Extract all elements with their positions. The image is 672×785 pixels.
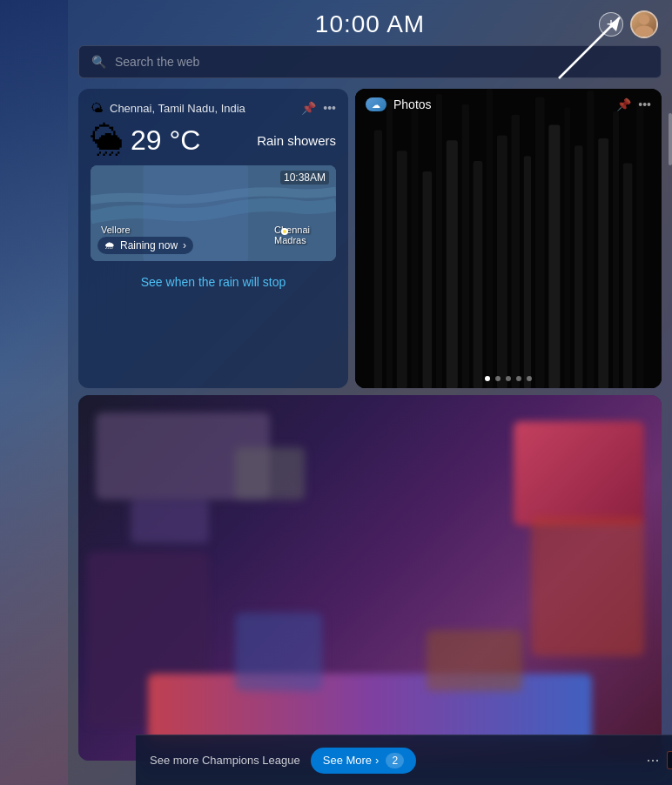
search-bar-container: 🔍 Search the web: [68, 45, 672, 89]
carousel-dot-4[interactable]: [516, 376, 521, 381]
carousel-dot-5[interactable]: [527, 376, 532, 381]
weather-location: Chennai, Tamil Nadu, India: [110, 102, 245, 115]
svg-rect-11: [411, 110, 418, 389]
see-more-label: See More: [323, 754, 372, 767]
blurred-content: [78, 395, 662, 761]
svg-rect-29: [636, 101, 643, 388]
carousel-dot-3[interactable]: [506, 376, 511, 381]
svg-rect-9: [386, 99, 393, 388]
svg-rect-23: [564, 107, 570, 388]
top-bar: 10:00 AM +: [68, 0, 672, 45]
svg-rect-27: [613, 111, 619, 388]
svg-rect-21: [535, 97, 545, 388]
weather-left: 🌦 29 °C: [91, 124, 200, 157]
photos-cloud-icon: ☁: [366, 97, 386, 111]
user-avatar[interactable]: [630, 10, 658, 38]
bottom-bar-right: ··· php 中文网: [647, 751, 672, 769]
svg-rect-25: [587, 91, 594, 388]
blur-block-4: [148, 674, 592, 743]
weather-main: 🌦 29 °C Rain showers: [91, 124, 336, 157]
see-rain-link[interactable]: See when the rain will stop: [91, 268, 336, 296]
photos-image-area: [355, 89, 662, 388]
weather-actions: 📌 •••: [301, 101, 336, 115]
svg-rect-24: [575, 145, 582, 388]
rain-indicator[interactable]: 🌧 Raining now ›: [97, 237, 193, 254]
weather-location-icon: 🌤: [91, 101, 103, 115]
abstract-art: [355, 89, 662, 388]
photos-pin-icon[interactable]: 📌: [616, 97, 631, 111]
blur-block-2: [514, 421, 644, 526]
svg-rect-20: [524, 156, 531, 388]
svg-rect-26: [598, 138, 608, 388]
svg-rect-16: [474, 161, 483, 388]
photos-header: ☁ Photos 📌 •••: [355, 89, 662, 120]
photos-more-icon[interactable]: •••: [638, 97, 651, 111]
svg-rect-17: [487, 89, 493, 388]
city-dot: [281, 228, 288, 235]
city-vellore: Vellore: [101, 225, 131, 235]
svg-rect-28: [623, 163, 633, 388]
city-chennai: ChennaiMadras: [274, 225, 310, 245]
widgets-row-1: 🌤 Chennai, Tamil Nadu, India 📌 ••• 🌦 29 …: [78, 89, 662, 388]
bottom-widget[interactable]: [78, 395, 662, 761]
temperature: 29 °C: [131, 124, 200, 157]
bottom-widget-bg: [78, 395, 662, 761]
svg-rect-14: [447, 140, 458, 388]
rain-chevron: ›: [183, 239, 186, 252]
weather-title-row: 🌤 Chennai, Tamil Nadu, India: [91, 101, 245, 115]
scroll-indicator[interactable]: [669, 113, 672, 165]
svg-rect-15: [462, 104, 469, 388]
map-time: 10:38AM: [280, 171, 329, 185]
bottom-bar: See more Champions League See More › 2 ·…: [136, 735, 672, 785]
photos-title: Photos: [393, 97, 432, 111]
search-input[interactable]: Search the web: [115, 55, 199, 69]
bottom-more-icon[interactable]: ···: [647, 751, 660, 769]
weather-description: Rain showers: [257, 133, 336, 148]
svg-point-2: [639, 14, 649, 24]
svg-rect-8: [374, 130, 382, 388]
widgets-area: 🌤 Chennai, Tamil Nadu, India 📌 ••• 🌦 29 …: [68, 89, 672, 761]
svg-point-3: [635, 26, 654, 37]
notification-badge: 2: [386, 753, 404, 768]
bottom-bar-left: See more Champions League See More › 2: [150, 748, 416, 774]
time-display: 10:00 AM: [315, 10, 425, 38]
php-badge: php 中文网: [667, 751, 672, 769]
svg-rect-12: [422, 171, 432, 388]
champions-text: See more Champions League: [150, 754, 300, 767]
rain-status: Raining now: [120, 239, 178, 252]
weather-widget: 🌤 Chennai, Tamil Nadu, India 📌 ••• 🌦 29 …: [78, 89, 348, 388]
weather-pin-icon[interactable]: 📌: [301, 101, 316, 115]
weather-icon: 🌦: [91, 124, 124, 157]
widget-panel: 10:00 AM + 🔍 Search the web: [68, 0, 672, 785]
search-icon: 🔍: [91, 55, 106, 69]
top-right-controls: +: [599, 10, 658, 38]
carousel-dot-2[interactable]: [495, 376, 501, 381]
see-more-button[interactable]: See More › 2: [311, 748, 416, 774]
svg-rect-13: [436, 94, 442, 388]
add-widget-button[interactable]: +: [599, 12, 623, 37]
rain-icon: 🌧: [104, 239, 115, 252]
svg-rect-19: [512, 115, 520, 389]
photos-widget[interactable]: ☁ Photos 📌 •••: [355, 89, 662, 388]
weather-more-icon[interactable]: •••: [323, 101, 336, 115]
carousel-dot-1[interactable]: [485, 376, 490, 381]
svg-rect-10: [397, 151, 407, 388]
search-bar[interactable]: 🔍 Search the web: [78, 45, 662, 78]
weather-header: 🌤 Chennai, Tamil Nadu, India 📌 •••: [91, 101, 336, 115]
svg-rect-18: [497, 135, 507, 388]
see-more-chevron: ›: [375, 754, 379, 767]
photos-actions: 📌 •••: [616, 97, 651, 111]
weather-map[interactable]: 10:38AM Vellore ChennaiMadras 🌧 Raining …: [91, 165, 336, 261]
photos-title-row: ☁ Photos: [366, 97, 432, 111]
carousel-dots: [355, 376, 662, 381]
svg-rect-22: [548, 125, 560, 389]
